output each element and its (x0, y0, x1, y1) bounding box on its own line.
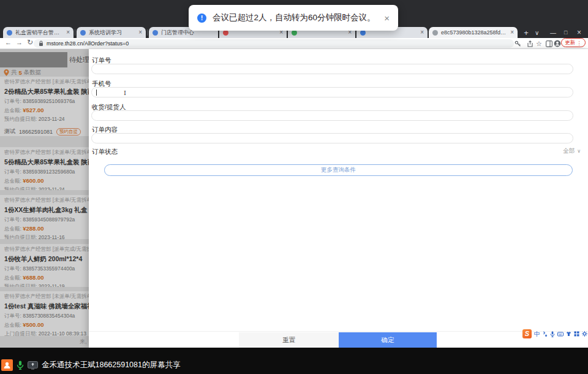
meeting-avatar-icon[interactable] (1, 359, 13, 371)
tab-gift-admin[interactable]: 礼盒营销平台管理中心 × (3, 27, 74, 38)
tab-separator (147, 29, 148, 36)
tab-close-icon[interactable]: × (510, 29, 514, 36)
microphone-icon[interactable] (17, 361, 24, 370)
forward-button[interactable]: → (16, 39, 23, 46)
ime-mic-icon[interactable] (550, 331, 555, 337)
order-no-label: 订单号: (4, 216, 21, 223)
field-label-status: 订单状态 (92, 148, 118, 156)
share-icon[interactable] (526, 39, 534, 48)
desktop-bottom-bar: 金禾通技术王斌18662591081的屏幕共享 (0, 348, 588, 374)
order-card[interactable]: 密特罗德水产经营部 [未派单/无需拆单] 5份精品大果85苹果礼盒装 陕西洛阳1… (0, 147, 89, 190)
store-line: 密特罗德水产经营部 [未派单/无需拆单] (4, 293, 89, 300)
toast-close-icon[interactable]: × (384, 13, 390, 23)
site-favicon (153, 30, 158, 36)
chevron-down-icon: ∨ (577, 148, 581, 154)
order-title: 2份精品大果85苹果礼盒装 陕西洛阳16 (4, 88, 89, 96)
window-minimize-button[interactable]: — (550, 27, 556, 38)
tab-close-icon[interactable]: × (138, 29, 142, 36)
order-card[interactable]: 密特罗德水产经营部 [派单完成/无需拆单] 1份牧羊人鲜奶 200ml*12*4… (0, 244, 89, 287)
date-label: 预约自提日期: (4, 283, 37, 287)
amount-label: 总金额: (4, 322, 21, 328)
tab-label: e8c573980b1328a258fd2e6 (441, 29, 507, 36)
store-line: 密特罗德水产经营部 [未派单/无需拆单] (4, 197, 89, 204)
amount-label: 总金额: (4, 226, 21, 232)
date: 2022-11-10 08:39:13 (39, 330, 86, 336)
padlock-icon (39, 40, 43, 47)
store-line: 密特罗德水产经营部 [未派单/无需拆单] (4, 78, 89, 86)
order-no-label: 订单号: (4, 169, 21, 175)
order-no: 83859389251069376a (23, 98, 75, 104)
status-dropdown[interactable]: 全部 ∨ (563, 147, 581, 155)
window-maximize-button[interactable]: □ (564, 27, 567, 38)
back-button[interactable]: ← (5, 39, 12, 46)
tab-label: 礼盒营销平台管理中心 (15, 29, 63, 37)
order-filter-panel: 订单号 手机号 I 收货/提货人 订单内容 订单状态 全部 ∨ 更多查询条件 重… (89, 49, 588, 348)
amount-label: 总金额: (4, 178, 21, 184)
phone-input[interactable] (91, 87, 573, 97)
content-input[interactable] (91, 133, 573, 143)
status-value: 全部 (563, 147, 575, 155)
url-text: mstore.th28.cn/AllOrder?status=0 (47, 40, 129, 47)
password-key-icon[interactable] (513, 39, 522, 48)
profile-avatar-icon[interactable] (553, 39, 562, 48)
side-panel-icon[interactable] (545, 39, 553, 48)
confirm-button[interactable]: 确定 (339, 332, 437, 348)
order-no: 83859345088979792a (23, 216, 75, 223)
order-no: 83859389123259680a (23, 169, 75, 175)
tab-separator (75, 29, 75, 36)
sogou-logo-icon[interactable]: S (522, 329, 532, 338)
chrome-update-button[interactable]: 更新 ⋮ (561, 38, 586, 47)
tab-close-icon[interactable]: × (66, 29, 70, 36)
ime-keyboard-icon[interactable] (557, 332, 564, 337)
order-title: 1份牧羊人鲜奶 200ml*12*4 (4, 255, 89, 264)
amount-label: 总金额: (4, 107, 21, 113)
tab-search-chevron-icon[interactable]: ∨ (535, 27, 539, 38)
text-caret (96, 90, 97, 96)
toast-text: 会议已超过2人，自动转为60分钟限时会议。 (213, 12, 375, 23)
order-title: 1份XX生鲜羊肉礼盒3kg 礼盒 (4, 206, 89, 215)
amount-label: 总金额: (4, 275, 21, 281)
order-no-input[interactable] (91, 64, 573, 74)
new-tab-button[interactable]: + (521, 28, 531, 38)
tab-label: 系统培训学习 (89, 29, 135, 37)
address-bar[interactable]: mstore.th28.cn/AllOrder?status=0 (34, 39, 514, 48)
amount: ¥288.00 (23, 225, 43, 232)
screen: 礼盒营销平台管理中心 × 系统培训学习 × 门店管理中心 × (0, 0, 588, 374)
order-card[interactable]: 密特罗德水产经营部 [未派单/无需拆单] 2份精品大果85苹果礼盒装 陕西洛阳1… (0, 77, 89, 136)
order-no: 83857308835454304a (23, 313, 75, 319)
location-pin-icon (4, 69, 9, 76)
date-label: 上门自提日期: (4, 330, 37, 336)
buyer-row: 测试 18662591081 预约自提 (4, 128, 89, 135)
ime-skin-icon[interactable] (566, 331, 571, 337)
order-card[interactable]: 密特罗德水产经营部 [未派单/无需拆单] 1份XX生鲜羊肉礼盒3kg 礼盒 订单… (0, 195, 89, 239)
screen-share-icon[interactable] (28, 361, 38, 370)
order-card[interactable]: 密特罗德水产经营部 [未派单/无需拆单] 1份test 真滋味 佛跳墙全家福礼盒… (0, 291, 89, 336)
ime-chinese-mode-icon[interactable]: 中 (534, 331, 540, 337)
ime-settings-icon[interactable] (582, 331, 587, 337)
ime-toolbox-icon[interactable] (574, 331, 579, 337)
order-title: 5份精品大果85苹果礼盒装 陕西洛阳16 (4, 158, 89, 167)
amount: ¥688.00 (23, 274, 43, 281)
more-filters-button[interactable]: 更多查询条件 (104, 164, 573, 176)
sidebar-tab-pending[interactable]: 待处理 (69, 55, 89, 64)
date: 2022-11-19 (39, 283, 65, 287)
sidebar-filter-block[interactable] (0, 52, 67, 67)
order-title: 1份test 真滋味 佛跳墙全家福礼盒 (4, 302, 89, 311)
bookmark-star-icon[interactable]: ☆ (535, 39, 543, 48)
reset-button[interactable]: 重置 (239, 332, 339, 348)
globe-favicon (432, 30, 438, 36)
tab-training[interactable]: 系统培训学习 × (77, 27, 146, 38)
tab-hash-page[interactable]: e8c573980b1328a258fd2e6 × (429, 27, 518, 38)
ime-punctuation-icon[interactable] (543, 331, 548, 337)
order-no-label: 订单号: (4, 98, 21, 104)
kebab-menu-icon[interactable]: ⋮ (576, 40, 582, 46)
screen-share-indicator: 金禾通技术王斌18662591081的屏幕共享 (1, 359, 180, 371)
window-close-button[interactable]: × (577, 27, 581, 38)
modal-footer: 重置 确定 (89, 331, 588, 348)
receiver-input[interactable] (91, 110, 573, 121)
reload-button[interactable]: ↻ (27, 38, 33, 47)
pickup-badge: 预约自提 (56, 128, 81, 135)
tab-close-icon[interactable]: × (420, 29, 424, 36)
info-icon: ! (197, 13, 206, 23)
count-value: 5 (19, 69, 22, 76)
